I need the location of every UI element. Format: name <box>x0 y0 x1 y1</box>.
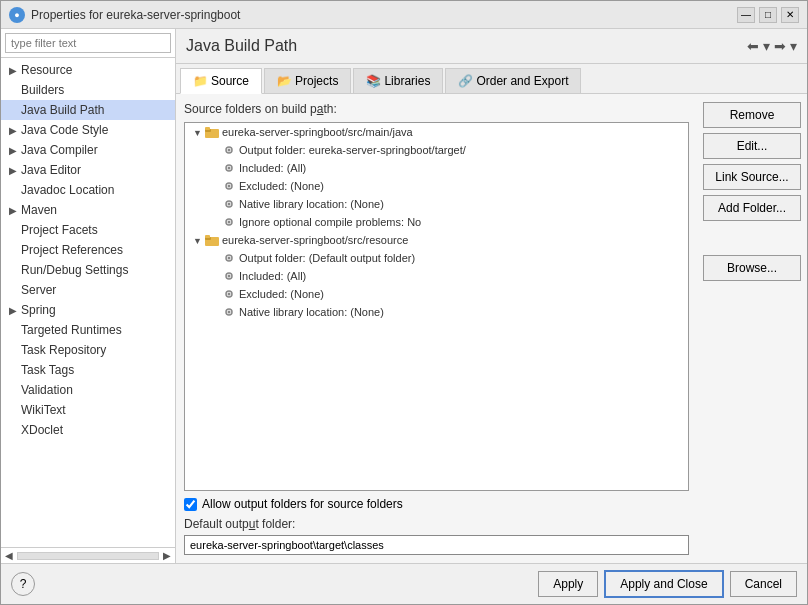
sidebar-item-builders[interactable]: Builders <box>1 80 175 100</box>
scroll-right-icon[interactable]: ▶ <box>163 550 171 561</box>
sidebar-item-label: Java Compiler <box>21 143 98 157</box>
tree-item[interactable]: ▼eureka-server-springboot/src/resource <box>185 231 688 249</box>
sidebar-item-java-build-path[interactable]: Java Build Path <box>1 100 175 120</box>
tab-icon: 🔗 <box>458 74 472 88</box>
sidebar-item-run/debug-settings[interactable]: Run/Debug Settings <box>1 260 175 280</box>
folder-icon <box>205 125 219 139</box>
cancel-button[interactable]: Cancel <box>730 571 797 597</box>
window-title: Properties for eureka-server-springboot <box>31 8 240 22</box>
tree-item-text: Output folder: eureka-server-springboot/… <box>239 144 466 156</box>
apply-button[interactable]: Apply <box>538 571 598 597</box>
source-folders-label: Source folders on build path: <box>184 102 689 116</box>
tree-item[interactable]: Output folder: eureka-server-springboot/… <box>185 141 688 159</box>
tab-icon: 📁 <box>193 74 207 88</box>
tree-item[interactable]: Excluded: (None) <box>185 285 688 303</box>
sidebar-item-task-tags[interactable]: Task Tags <box>1 360 175 380</box>
side-btn-link-source---[interactable]: Link Source... <box>703 164 801 190</box>
sidebar-item-project-facets[interactable]: Project Facets <box>1 220 175 240</box>
scroll-left-icon[interactable]: ◀ <box>5 550 13 561</box>
tab-libraries[interactable]: 📚Libraries <box>353 68 443 93</box>
sidebar-item-label: Server <box>21 283 56 297</box>
tree-item[interactable]: Native library location: (None) <box>185 195 688 213</box>
tree-item-text: Excluded: (None) <box>239 288 324 300</box>
tree-item[interactable]: Output folder: (Default output folder) <box>185 249 688 267</box>
tree-item[interactable]: Included: (All) <box>185 159 688 177</box>
tree-indent <box>189 269 219 283</box>
sidebar-item-label: Targeted Runtimes <box>21 323 122 337</box>
filter-box[interactable] <box>1 29 175 58</box>
sidebar-item-xdoclet[interactable]: XDoclet <box>1 420 175 440</box>
scrollbar-track[interactable] <box>17 552 159 560</box>
window-controls[interactable]: — □ ✕ <box>737 7 799 23</box>
tab-label: Libraries <box>384 74 430 88</box>
panel-title: Java Build Path <box>186 33 297 59</box>
side-btn-remove[interactable]: Remove <box>703 102 801 128</box>
tree-item-text: Excluded: (None) <box>239 180 324 192</box>
tree-item-text: Native library location: (None) <box>239 306 384 318</box>
sidebar-item-label: Spring <box>21 303 56 317</box>
sidebar-item-validation[interactable]: Validation <box>1 380 175 400</box>
sidebar: ▶ResourceBuildersJava Build Path▶Java Co… <box>1 29 176 563</box>
tree-item[interactable]: Native library location: (None) <box>185 303 688 321</box>
sidebar-item-javadoc-location[interactable]: Javadoc Location <box>1 180 175 200</box>
tab-icon: 📚 <box>366 74 380 88</box>
close-button[interactable]: ✕ <box>781 7 799 23</box>
tree-nav[interactable]: ▶ResourceBuildersJava Build Path▶Java Co… <box>1 58 175 547</box>
sidebar-item-label: Builders <box>21 83 64 97</box>
tree-item-text: eureka-server-springboot/src/resource <box>222 234 408 246</box>
maximize-button[interactable]: □ <box>759 7 777 23</box>
forward-icon[interactable]: ➡ <box>774 38 786 54</box>
sidebar-item-java-compiler[interactable]: ▶Java Compiler <box>1 140 175 160</box>
svg-point-23 <box>228 311 231 314</box>
dropdown-icon[interactable]: ▾ <box>763 38 770 54</box>
properties-window: ● Properties for eureka-server-springboo… <box>0 0 808 605</box>
tree-item[interactable]: Ignore optional compile problems: No <box>185 213 688 231</box>
nav-arrow-icon: ▶ <box>9 125 17 136</box>
side-btn-add-folder---[interactable]: Add Folder... <box>703 195 801 221</box>
side-btn-edit---[interactable]: Edit... <box>703 133 801 159</box>
apply-close-button[interactable]: Apply and Close <box>604 570 723 598</box>
sidebar-item-label: Project References <box>21 243 123 257</box>
sidebar-item-task-repository[interactable]: Task Repository <box>1 340 175 360</box>
svg-rect-15 <box>205 235 210 238</box>
svg-point-19 <box>228 275 231 278</box>
filter-input[interactable] <box>5 33 171 53</box>
sidebar-item-spring[interactable]: ▶Spring <box>1 300 175 320</box>
sidebar-item-resource[interactable]: ▶Resource <box>1 60 175 80</box>
tree-indent <box>189 143 219 157</box>
nav-arrow-icon: ▶ <box>9 165 17 176</box>
settings-icon <box>222 161 236 175</box>
tab-projects[interactable]: 📂Projects <box>264 68 351 93</box>
sidebar-item-wikitext[interactable]: WikiText <box>1 400 175 420</box>
svg-point-12 <box>228 221 231 224</box>
tree-item[interactable]: Excluded: (None) <box>185 177 688 195</box>
tree-item[interactable]: Included: (All) <box>185 267 688 285</box>
sidebar-item-java-editor[interactable]: ▶Java Editor <box>1 160 175 180</box>
sidebar-item-maven[interactable]: ▶Maven <box>1 200 175 220</box>
tree-item-text: Included: (All) <box>239 162 306 174</box>
tab-label: Source <box>211 74 249 88</box>
tree-indent <box>189 305 219 319</box>
allow-output-checkbox[interactable] <box>184 498 197 511</box>
tree-expand-icon[interactable]: ▼ <box>193 236 202 246</box>
folder-icon <box>205 233 219 247</box>
output-folder-input[interactable] <box>184 535 689 555</box>
tree-expand-icon[interactable]: ▼ <box>193 128 202 138</box>
sidebar-item-label: Resource <box>21 63 72 77</box>
sidebar-item-server[interactable]: Server <box>1 280 175 300</box>
browse-button[interactable]: Browse... <box>703 255 801 281</box>
sidebar-item-label: Javadoc Location <box>21 183 114 197</box>
help-button[interactable]: ? <box>11 572 35 596</box>
source-tree[interactable]: ▼eureka-server-springboot/src/main/javaO… <box>184 122 689 491</box>
sidebar-item-project-references[interactable]: Project References <box>1 240 175 260</box>
back-icon[interactable]: ⬅ <box>747 38 759 54</box>
settings-icon <box>222 179 236 193</box>
tab-order-and-export[interactable]: 🔗Order and Export <box>445 68 581 93</box>
tab-source[interactable]: 📁Source <box>180 68 262 94</box>
sidebar-item-java-code-style[interactable]: ▶Java Code Style <box>1 120 175 140</box>
bottom-options: Allow output folders for source folders … <box>184 497 689 555</box>
sidebar-item-targeted-runtimes[interactable]: Targeted Runtimes <box>1 320 175 340</box>
dropdown2-icon[interactable]: ▾ <box>790 38 797 54</box>
minimize-button[interactable]: — <box>737 7 755 23</box>
tree-item[interactable]: ▼eureka-server-springboot/src/main/java <box>185 123 688 141</box>
